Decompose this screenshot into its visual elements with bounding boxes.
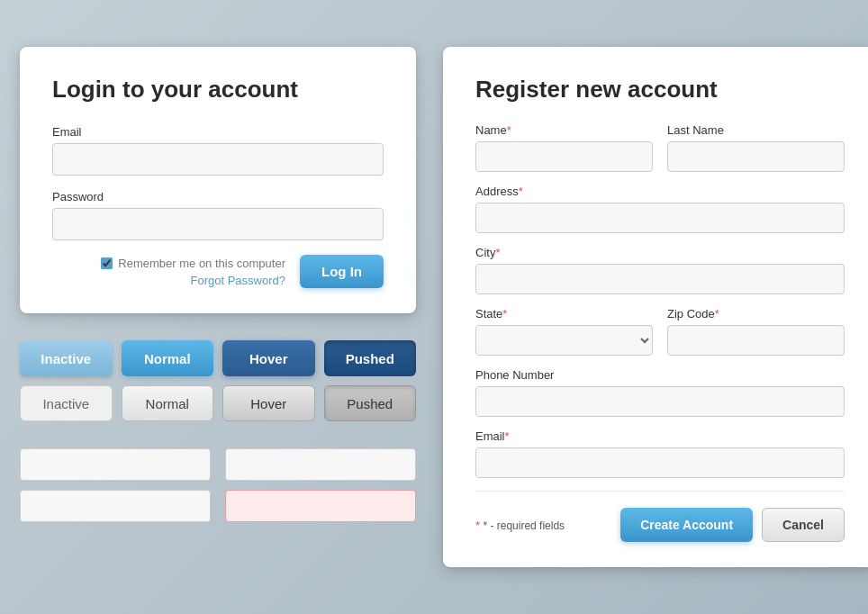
button-showcase: Inactive Normal Hover Pushed Inactive No… xyxy=(20,331,416,430)
btn-gray-pushed[interactable]: Pushed xyxy=(324,385,417,421)
city-required-star: * xyxy=(495,246,500,259)
input-showcase xyxy=(20,448,416,522)
divider xyxy=(475,491,845,492)
address-field: Address* xyxy=(475,185,845,233)
input-error[interactable] xyxy=(225,490,416,522)
zip-label: Zip Code* xyxy=(667,307,845,321)
input-normal-3[interactable] xyxy=(20,490,211,522)
footer-required-star: * xyxy=(475,519,480,532)
phone-label: Phone Number xyxy=(475,368,845,382)
phone-field: Phone Number xyxy=(475,368,845,417)
city-field: City* xyxy=(475,246,845,294)
state-field: State* xyxy=(475,307,653,356)
gray-button-row: Inactive Normal Hover Pushed xyxy=(20,385,416,421)
password-label: Password xyxy=(52,190,384,203)
password-input[interactable] xyxy=(52,208,384,240)
email-required-star: * xyxy=(505,429,510,443)
address-label: Address* xyxy=(475,185,845,198)
remember-label: Remember me on this computer xyxy=(118,257,285,270)
address-row: Address* xyxy=(475,185,845,233)
city-row: City* xyxy=(475,246,845,294)
login-footer: Remember me on this computer Forgot Pass… xyxy=(52,255,384,288)
btn-blue-inactive[interactable]: Inactive xyxy=(20,340,113,376)
name-field: Name* xyxy=(475,123,653,172)
remember-row: Remember me on this computer xyxy=(101,257,285,270)
create-account-button[interactable]: Create Account xyxy=(620,508,753,542)
btn-gray-inactive[interactable]: Inactive xyxy=(20,385,113,421)
input-normal-2[interactable] xyxy=(225,448,416,481)
forgot-password-link[interactable]: Forgot Password? xyxy=(191,274,286,287)
zip-input[interactable] xyxy=(667,325,845,356)
name-label: Name* xyxy=(475,123,653,137)
password-field-group: Password xyxy=(52,190,384,240)
login-footer-left: Remember me on this computer Forgot Pass… xyxy=(52,257,285,287)
zip-field: Zip Code* xyxy=(667,307,845,356)
required-note-text: * - required fields xyxy=(483,519,565,532)
btn-gray-normal[interactable]: Normal xyxy=(122,385,214,421)
lastname-field: Last Name xyxy=(667,123,845,172)
register-email-label: Email* xyxy=(475,429,845,443)
address-required-star: * xyxy=(519,185,523,198)
btn-gray-hover[interactable]: Hover xyxy=(222,385,315,421)
register-email-input[interactable] xyxy=(475,447,845,478)
login-title: Login to your account xyxy=(52,76,384,104)
register-card: Register new account Name* Last Name Add… xyxy=(443,47,868,567)
input-normal-1[interactable] xyxy=(20,448,211,481)
cancel-button[interactable]: Cancel xyxy=(762,508,845,542)
name-required-star: * xyxy=(507,123,511,137)
login-card: Login to your account Email Password Rem… xyxy=(20,47,416,313)
input-row-error xyxy=(20,490,416,522)
phone-row: Phone Number xyxy=(475,368,845,417)
address-input[interactable] xyxy=(475,203,845,233)
blue-button-row: Inactive Normal Hover Pushed xyxy=(20,340,416,376)
lastname-label: Last Name xyxy=(667,123,845,137)
city-label: City* xyxy=(475,246,845,259)
name-row: Name* Last Name xyxy=(475,123,845,172)
phone-input[interactable] xyxy=(475,386,845,417)
state-required-star: * xyxy=(502,307,507,321)
input-row-normal xyxy=(20,448,416,481)
email-input[interactable] xyxy=(52,143,384,176)
state-select[interactable] xyxy=(475,325,653,356)
state-zip-row: State* Zip Code* xyxy=(475,307,845,356)
btn-blue-hover[interactable]: Hover xyxy=(222,340,315,376)
email-label: Email xyxy=(52,125,384,139)
required-note: * * - required fields xyxy=(475,519,565,532)
state-label: State* xyxy=(475,307,653,321)
name-input[interactable] xyxy=(475,141,653,172)
email-row: Email* xyxy=(475,429,845,478)
zip-required-star: * xyxy=(715,307,719,321)
remember-checkbox[interactable] xyxy=(101,257,113,269)
register-title: Register new account xyxy=(475,76,845,104)
form-footer: * * - required fields Create Account Can… xyxy=(475,508,845,542)
lastname-input[interactable] xyxy=(667,141,845,172)
city-input[interactable] xyxy=(475,264,845,294)
register-email-field: Email* xyxy=(475,429,845,478)
btn-blue-normal[interactable]: Normal xyxy=(122,340,214,376)
btn-blue-pushed[interactable]: Pushed xyxy=(324,340,417,376)
footer-buttons: Create Account Cancel xyxy=(620,508,845,542)
login-button[interactable]: Log In xyxy=(300,255,384,288)
email-field-group: Email xyxy=(52,125,384,176)
